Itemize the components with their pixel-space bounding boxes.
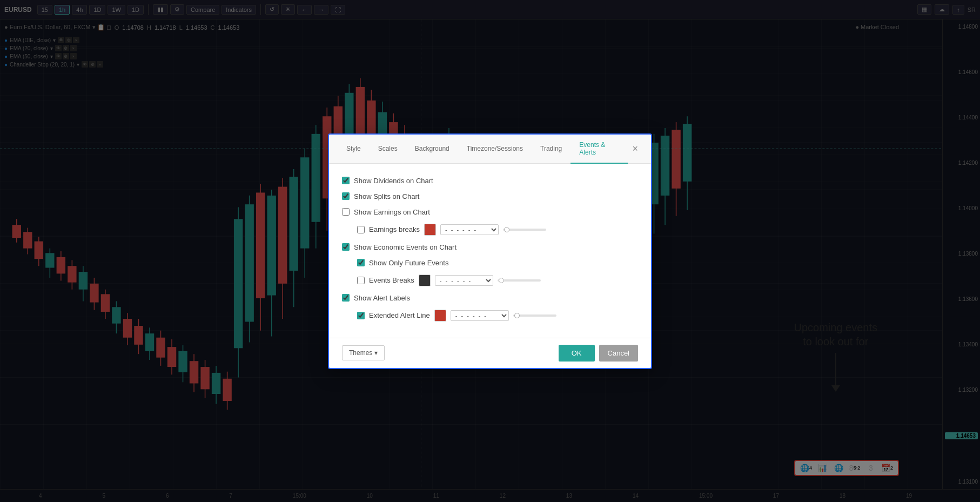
earnings-checkbox[interactable] bbox=[342, 208, 350, 216]
earnings-breaks-thumb bbox=[504, 227, 509, 232]
events-breaks-line-style[interactable]: - - - - - - —————— · · · · · · bbox=[435, 275, 493, 286]
ok-button[interactable]: OK bbox=[559, 345, 595, 362]
modal-footer: Themes ▾ OK Cancel bbox=[329, 338, 651, 368]
extended-alert-color[interactable] bbox=[434, 310, 446, 322]
splits-label[interactable]: Show Splits on Chart bbox=[354, 192, 419, 200]
themes-label: Themes bbox=[349, 349, 372, 357]
future-events-label[interactable]: Show Only Future Events bbox=[369, 259, 448, 267]
modal-tabs: Style Scales Background Timezone/Session… bbox=[329, 135, 651, 164]
tab-style[interactable]: Style bbox=[338, 138, 370, 160]
future-events-checkbox[interactable] bbox=[357, 259, 365, 266]
tab-timezone[interactable]: Timezone/Sessions bbox=[458, 138, 532, 160]
modal-close-btn[interactable]: × bbox=[628, 142, 642, 156]
extended-alert-opacity[interactable] bbox=[513, 314, 556, 317]
earnings-breaks-color[interactable] bbox=[424, 224, 436, 236]
dividends-checkbox[interactable] bbox=[342, 177, 350, 184]
earnings-breaks-label[interactable]: Earnings breaks bbox=[369, 225, 420, 233]
tab-events-alerts[interactable]: Events & Alerts bbox=[570, 135, 628, 164]
earnings-breaks-checkbox[interactable] bbox=[357, 226, 365, 233]
tab-scales[interactable]: Scales bbox=[370, 138, 406, 160]
extended-alert-line-style[interactable]: - - - - - - —————— · · · · · · bbox=[451, 310, 509, 321]
events-breaks-label[interactable]: Events Breaks bbox=[369, 276, 414, 284]
economic-events-row: Show Economic Events on Chart bbox=[342, 243, 638, 251]
splits-row: Show Splits on Chart bbox=[342, 192, 638, 200]
cancel-button[interactable]: Cancel bbox=[599, 345, 638, 362]
earnings-row: Show Earnings on Chart bbox=[342, 208, 638, 216]
extended-alert-row: Extended Alert Line - - - - - - —————— ·… bbox=[342, 310, 638, 322]
chart-settings-modal: Style Scales Background Timezone/Session… bbox=[328, 133, 652, 369]
events-breaks-checkbox[interactable] bbox=[357, 277, 365, 284]
earnings-label[interactable]: Show Earnings on Chart bbox=[354, 208, 430, 216]
dividends-row: Show Dividends on Chart bbox=[342, 177, 638, 185]
dividends-label[interactable]: Show Dividends on Chart bbox=[354, 177, 433, 185]
alert-labels-row: Show Alert Labels bbox=[342, 294, 638, 302]
extended-alert-thumb bbox=[514, 313, 520, 318]
events-breaks-color[interactable] bbox=[419, 275, 431, 286]
themes-button[interactable]: Themes ▾ bbox=[342, 345, 385, 360]
events-breaks-thumb bbox=[499, 278, 504, 283]
events-breaks-opacity[interactable] bbox=[498, 279, 541, 282]
earnings-breaks-line-style[interactable]: - - - - - - —————— · · · · · · bbox=[440, 224, 499, 235]
events-breaks-row: Events Breaks - - - - - - —————— · · · ·… bbox=[342, 275, 638, 286]
tab-background[interactable]: Background bbox=[406, 138, 458, 160]
alert-labels-checkbox[interactable] bbox=[342, 294, 350, 302]
extended-alert-checkbox[interactable] bbox=[357, 312, 365, 319]
earnings-breaks-row: Earnings breaks - - - - - - —————— · · ·… bbox=[342, 224, 638, 236]
economic-events-checkbox[interactable] bbox=[342, 243, 350, 251]
extended-alert-label[interactable]: Extended Alert Line bbox=[369, 311, 430, 319]
modal-body: Show Dividends on Chart Show Splits on C… bbox=[329, 164, 651, 338]
economic-events-label[interactable]: Show Economic Events on Chart bbox=[354, 243, 457, 251]
splits-checkbox[interactable] bbox=[342, 192, 350, 200]
tab-trading[interactable]: Trading bbox=[532, 138, 570, 160]
earnings-breaks-opacity[interactable] bbox=[503, 229, 546, 231]
future-events-row: Show Only Future Events bbox=[342, 259, 638, 267]
modal-overlay: Style Scales Background Timezone/Session… bbox=[0, 0, 980, 502]
alert-labels-label[interactable]: Show Alert Labels bbox=[354, 294, 410, 302]
themes-chevron: ▾ bbox=[374, 349, 378, 357]
